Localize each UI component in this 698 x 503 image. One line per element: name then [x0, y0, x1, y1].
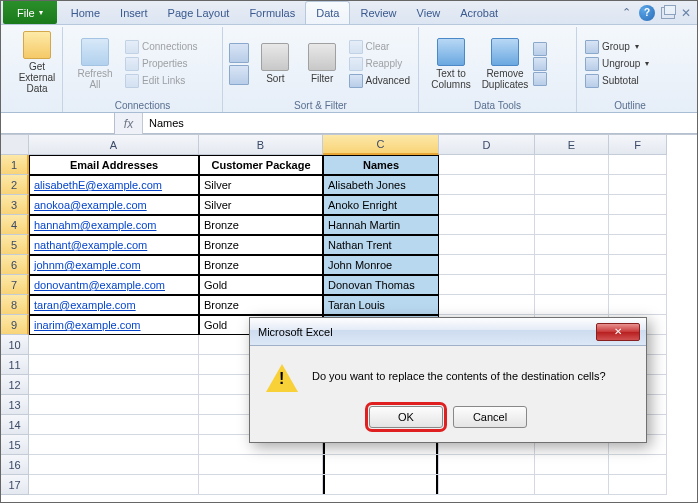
row-header[interactable]: 16: [1, 455, 29, 475]
group-button[interactable]: Group▾: [583, 39, 677, 55]
row-header[interactable]: 5: [1, 235, 29, 255]
cell[interactable]: [439, 235, 535, 255]
cell[interactable]: [29, 335, 199, 355]
row-header[interactable]: 1: [1, 155, 29, 175]
column-header-d[interactable]: D: [439, 135, 535, 155]
cell[interactable]: [29, 435, 199, 455]
file-tab[interactable]: File▾: [3, 1, 57, 24]
text-to-columns-button[interactable]: Text to Columns: [425, 29, 477, 98]
cell[interactable]: [439, 155, 535, 175]
cell[interactable]: [609, 235, 667, 255]
cell[interactable]: Silver: [199, 195, 323, 215]
cell[interactable]: [609, 175, 667, 195]
tab-home[interactable]: Home: [61, 1, 110, 24]
row-header[interactable]: 14: [1, 415, 29, 435]
cell[interactable]: [29, 355, 199, 375]
cell[interactable]: [609, 475, 667, 495]
cell[interactable]: hannahm@example.com: [29, 215, 199, 235]
row-header[interactable]: 12: [1, 375, 29, 395]
row-header[interactable]: 8: [1, 295, 29, 315]
cell[interactable]: Bronze: [199, 295, 323, 315]
clear-button[interactable]: Clear: [347, 39, 412, 55]
cell[interactable]: inarim@example.com: [29, 315, 199, 335]
sort-za-icon[interactable]: [229, 65, 249, 85]
row-header[interactable]: 4: [1, 215, 29, 235]
cell[interactable]: [535, 215, 609, 235]
cell[interactable]: Bronze: [199, 215, 323, 235]
sort-button[interactable]: Sort: [253, 29, 298, 98]
row-header[interactable]: 13: [1, 395, 29, 415]
cell[interactable]: Names: [323, 155, 439, 175]
ok-button[interactable]: OK: [369, 406, 443, 428]
refresh-all-button[interactable]: Refresh All: [69, 29, 121, 98]
cell[interactable]: [29, 395, 199, 415]
cell[interactable]: [609, 255, 667, 275]
row-header[interactable]: 3: [1, 195, 29, 215]
tab-insert[interactable]: Insert: [110, 1, 158, 24]
formula-input[interactable]: Names: [143, 113, 697, 134]
row-header[interactable]: 6: [1, 255, 29, 275]
subtotal-button[interactable]: Subtotal: [583, 73, 677, 89]
cell[interactable]: donovantm@example.com: [29, 275, 199, 295]
cell[interactable]: [535, 475, 609, 495]
cell[interactable]: [535, 455, 609, 475]
cell[interactable]: alisabethE@example.com: [29, 175, 199, 195]
cancel-button[interactable]: Cancel: [453, 406, 527, 428]
cell[interactable]: [609, 455, 667, 475]
cell[interactable]: nathant@example.com: [29, 235, 199, 255]
properties-button[interactable]: Properties: [123, 56, 200, 72]
whatif-icon[interactable]: [533, 72, 547, 86]
cell[interactable]: [439, 475, 535, 495]
cell[interactable]: [609, 195, 667, 215]
get-external-data-button[interactable]: Get External Data: [11, 29, 63, 96]
remove-duplicates-button[interactable]: Remove Duplicates: [479, 29, 531, 98]
consolidate-icon[interactable]: [533, 57, 547, 71]
tab-acrobat[interactable]: Acrobat: [450, 1, 508, 24]
cell[interactable]: Donovan Thomas: [323, 275, 439, 295]
cell[interactable]: [609, 215, 667, 235]
cell[interactable]: [609, 295, 667, 315]
edit-links-button[interactable]: Edit Links: [123, 73, 200, 89]
connections-button[interactable]: Connections: [123, 39, 200, 55]
data-validation-icon[interactable]: [533, 42, 547, 56]
name-box[interactable]: [1, 113, 115, 134]
column-header-f[interactable]: F: [609, 135, 667, 155]
cell[interactable]: [439, 215, 535, 235]
window-close-icon[interactable]: ✕: [681, 6, 691, 20]
ribbon-minimize-icon[interactable]: ⌃: [620, 2, 633, 23]
sort-az-icon[interactable]: [229, 43, 249, 63]
cell[interactable]: [439, 175, 535, 195]
cell[interactable]: [29, 375, 199, 395]
row-header[interactable]: 17: [1, 475, 29, 495]
cell[interactable]: [323, 455, 439, 475]
tab-view[interactable]: View: [407, 1, 451, 24]
row-header[interactable]: 7: [1, 275, 29, 295]
cell[interactable]: Silver: [199, 175, 323, 195]
dialog-close-button[interactable]: ✕: [596, 323, 640, 341]
select-all-corner[interactable]: [1, 135, 29, 155]
reapply-button[interactable]: Reapply: [347, 56, 412, 72]
cell[interactable]: [609, 155, 667, 175]
cell[interactable]: [199, 455, 323, 475]
tab-page-layout[interactable]: Page Layout: [158, 1, 240, 24]
ungroup-button[interactable]: Ungroup▾: [583, 56, 677, 72]
cell[interactable]: [29, 455, 199, 475]
cell[interactable]: Taran Louis: [323, 295, 439, 315]
cell[interactable]: [439, 255, 535, 275]
row-header[interactable]: 11: [1, 355, 29, 375]
cell[interactable]: [535, 235, 609, 255]
cell[interactable]: Email Addresses: [29, 155, 199, 175]
cell[interactable]: Alisabeth Jones: [323, 175, 439, 195]
filter-button[interactable]: Filter: [300, 29, 345, 98]
window-restore-icon[interactable]: [661, 7, 675, 19]
cell[interactable]: Bronze: [199, 235, 323, 255]
cell[interactable]: [439, 295, 535, 315]
cell[interactable]: John Monroe: [323, 255, 439, 275]
advanced-button[interactable]: Advanced: [347, 73, 412, 89]
column-header-e[interactable]: E: [535, 135, 609, 155]
cell[interactable]: [323, 475, 439, 495]
row-header[interactable]: 15: [1, 435, 29, 455]
cell[interactable]: taran@example.com: [29, 295, 199, 315]
dialog-titlebar[interactable]: Microsoft Excel ✕: [250, 318, 646, 346]
cell[interactable]: [29, 415, 199, 435]
